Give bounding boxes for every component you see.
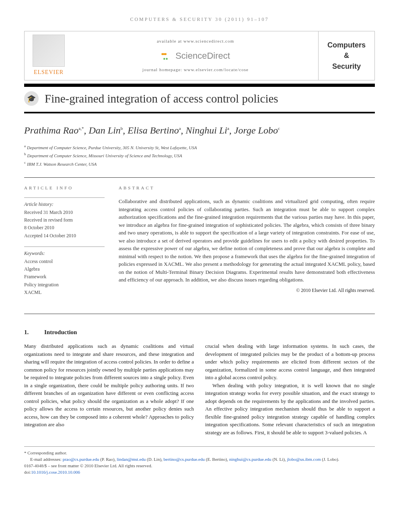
- revised-date: 8 October 2010: [24, 224, 105, 231]
- doi-line: doi:10.1016/j.cose.2010.10.006: [24, 469, 375, 476]
- accepted-date: Accepted 14 October 2010: [24, 232, 105, 239]
- affiliations: aDepartment of Computer Science, Purdue …: [24, 144, 375, 168]
- section-heading: 1.Introduction: [24, 328, 375, 337]
- affiliation-a: aDepartment of Computer Science, Purdue …: [24, 144, 375, 151]
- author-aff-marker: b: [121, 126, 123, 131]
- author-aff-marker: a: [179, 126, 181, 131]
- header-box: ELSEVIER available at www.sciencedirect.…: [24, 31, 375, 80]
- email-label: E-mail addresses:: [24, 456, 62, 463]
- author-aff-marker: c: [278, 126, 280, 131]
- email-author: (P. Rao): [100, 457, 114, 462]
- title-bar-top: [24, 84, 375, 87]
- email-author: (J. Lobo): [322, 457, 338, 462]
- email-author: (D. Lin): [147, 457, 161, 462]
- body-columns: Many distributed applications such as dy…: [24, 342, 375, 436]
- section-title: Introduction: [44, 329, 77, 335]
- keywords-label: Keywords:: [24, 250, 105, 257]
- keyword: Framework: [24, 273, 105, 280]
- email-author: (N. Li): [272, 457, 285, 462]
- journal-name-line1: Computers: [327, 40, 366, 50]
- section-number: 1.: [24, 328, 44, 337]
- affiliation-c: cIBM T.J. Watson Research Center, USA: [24, 160, 375, 168]
- keyword: Access control: [24, 258, 105, 265]
- elsevier-tree-icon: [33, 35, 65, 67]
- keywords-block: Keywords: Access control Algebra Framewo…: [24, 246, 105, 296]
- email-link[interactable]: ninghui@cs.purdue.edu: [229, 457, 271, 462]
- body-paragraph: When dealing with policy integration, it…: [205, 382, 375, 437]
- email-author: (E. Bertino): [206, 457, 227, 462]
- journal-citation: COMPUTERS & SECURITY 30 (2011) 91–107: [24, 16, 375, 23]
- info-abstract-row: ARTICLE INFO Article history: Received 3…: [24, 177, 375, 314]
- author-aff-marker: a,*: [78, 126, 84, 131]
- email-link[interactable]: prao@cs.purdue.edu: [63, 457, 99, 462]
- sciencedirect-dots-icon: [161, 51, 173, 61]
- abstract-heading: ABSTRACT: [119, 185, 375, 191]
- author-name: Elisa Bertino: [128, 125, 179, 136]
- title-bar-bottom: [24, 112, 375, 113]
- corresponding-author-note: * Corresponding author.: [24, 450, 375, 456]
- abstract-column: ABSTRACT Collaborative and distributed a…: [119, 185, 375, 303]
- affiliation-b: bDepartment of Computer Science, Missour…: [24, 152, 375, 159]
- keyword: Algebra: [24, 266, 105, 273]
- email-link[interactable]: lindan@mst.edu: [117, 457, 146, 462]
- publisher-logo-area: ELSEVIER: [25, 31, 73, 80]
- paper-title: Fine-grained integration of access contr…: [45, 90, 278, 107]
- title-section: 🎓 Fine-grained integration of access con…: [24, 87, 375, 112]
- article-info-column: ARTICLE INFO Article history: Received 3…: [24, 185, 105, 303]
- abstract-copyright: © 2010 Elsevier Ltd. All rights reserved…: [119, 287, 375, 294]
- body-column-left: Many distributed applications such as dy…: [24, 342, 194, 436]
- sciencedirect-text: ScienceDirect: [175, 49, 230, 62]
- abstract-text: Collaborative and distributed applicatio…: [119, 197, 375, 284]
- journal-name-line2: &: [344, 50, 349, 61]
- article-info-heading: ARTICLE INFO: [24, 185, 105, 191]
- history-label: Article history:: [24, 201, 105, 208]
- authors-line: Prathima Raoa,*, Dan Linb, Elisa Bertino…: [24, 123, 375, 138]
- received-date: Received 31 March 2010: [24, 209, 105, 216]
- author-name: Dan Lin: [88, 125, 120, 136]
- keyword: Policy integration: [24, 281, 105, 288]
- elsevier-label: ELSEVIER: [34, 68, 64, 76]
- email-addresses-line: E-mail addresses: prao@cs.purdue.edu (P.…: [24, 456, 375, 463]
- issn-copyright-line: 0167-4048/$ – see front matter © 2010 El…: [24, 463, 375, 469]
- email-link[interactable]: bertino@cs.purdue.edu: [164, 457, 205, 462]
- sciencedirect-logo: ScienceDirect: [161, 49, 230, 62]
- author-name: Prathima Rao: [24, 125, 78, 136]
- author-name: Ninghui Li: [186, 125, 227, 136]
- author-aff-marker: a: [227, 126, 229, 131]
- body-paragraph: Many distributed applications such as dy…: [24, 342, 194, 429]
- email-link[interactable]: jlobo@us.ibm.com: [287, 457, 321, 462]
- doi-link[interactable]: 10.1016/j.cose.2010.10.006: [31, 470, 80, 474]
- doi-label: doi:: [24, 470, 31, 474]
- footnotes: * Corresponding author. E-mail addresses…: [24, 446, 375, 476]
- graduation-cap-icon: 🎓: [24, 91, 39, 106]
- keyword: XACML: [24, 289, 105, 296]
- header-center: available at www.sciencedirect.com Scien…: [73, 31, 318, 80]
- body-paragraph: crucial when dealing with large informat…: [205, 342, 375, 382]
- journal-name-box: Computers & Security: [318, 31, 374, 80]
- available-at-text: available at www.sciencedirect.com: [157, 38, 234, 45]
- body-column-right: crucial when dealing with large informat…: [205, 342, 375, 436]
- revised-label: Received in revised form: [24, 217, 105, 224]
- author-name: Jorge Lobo: [234, 125, 278, 136]
- journal-name-line3: Security: [332, 61, 361, 72]
- journal-homepage-text: journal homepage: www.elsevier.com/locat…: [142, 67, 249, 73]
- article-history-block: Article history: Received 31 March 2010 …: [24, 197, 105, 239]
